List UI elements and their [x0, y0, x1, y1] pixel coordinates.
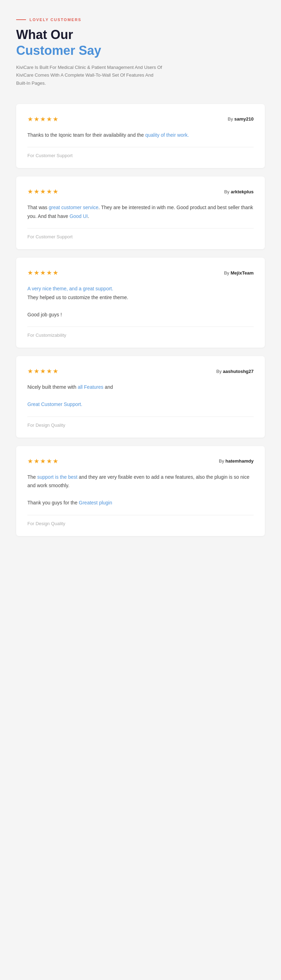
review-card-3: ★ ★ ★ ★ ★ By MejixTeam A very nice theme…	[16, 258, 265, 348]
review-card-1: ★ ★ ★ ★ ★ By samy210 Thanks to the Iqoni…	[16, 104, 265, 169]
star-1-5: ★	[53, 115, 58, 123]
star-3-3: ★	[40, 269, 46, 277]
review-for-3: For Customizability	[27, 332, 254, 338]
review-card-4: ★ ★ ★ ★ ★ By aashutoshg27 Nicely built t…	[16, 356, 265, 438]
label-text: LOVELY CUSTOMERS	[30, 18, 81, 22]
review-link-3a[interactable]: A very nice theme, and a great support.	[27, 286, 113, 291]
label-line	[16, 19, 26, 20]
stars-1: ★ ★ ★ ★ ★	[27, 115, 58, 123]
review-for-2: For Customer Support	[27, 234, 254, 239]
review-card-5: ★ ★ ★ ★ ★ By hatemhamdy The support is t…	[16, 446, 265, 536]
heading-line2: Customer Say	[16, 43, 265, 58]
star-3-4: ★	[46, 269, 52, 277]
review-header-4: ★ ★ ★ ★ ★ By aashutoshg27	[27, 368, 254, 375]
review-link-1[interactable]: quality of their work.	[145, 132, 189, 138]
star-3-5: ★	[53, 269, 58, 277]
star-4-1: ★	[27, 368, 33, 375]
stars-3: ★ ★ ★ ★ ★	[27, 269, 58, 277]
star-1-3: ★	[40, 115, 46, 123]
review-link-2a[interactable]: great customer service	[49, 205, 99, 210]
section-label: LOVELY CUSTOMERS	[16, 18, 265, 22]
stars-5: ★ ★ ★ ★ ★	[27, 457, 58, 465]
stars-4: ★ ★ ★ ★ ★	[27, 368, 58, 375]
star-2-3: ★	[40, 188, 46, 196]
review-body-3: A very nice theme, and a great support. …	[27, 284, 254, 319]
star-4-2: ★	[34, 368, 39, 375]
review-link-5a[interactable]: support is the best	[37, 474, 77, 480]
review-body-2: That was great customer service. They ar…	[27, 203, 254, 220]
review-divider-3	[27, 326, 254, 327]
review-header-3: ★ ★ ★ ★ ★ By MejixTeam	[27, 269, 254, 277]
review-link-4b[interactable]: Great Customer Support.	[27, 401, 82, 407]
star-2-4: ★	[46, 188, 52, 196]
star-4-3: ★	[40, 368, 46, 375]
review-for-4: For Design Quality	[27, 423, 254, 428]
star-1-4: ★	[46, 115, 52, 123]
review-body-4: Nicely built theme with all Features and…	[27, 383, 254, 409]
review-divider-4	[27, 417, 254, 417]
review-divider-5	[27, 515, 254, 515]
review-card-2: ★ ★ ★ ★ ★ By arktekplus That was great c…	[16, 177, 265, 249]
stars-2: ★ ★ ★ ★ ★	[27, 188, 58, 196]
reviews-container: ★ ★ ★ ★ ★ By samy210 Thanks to the Iqoni…	[16, 104, 265, 536]
star-5-2: ★	[34, 457, 39, 465]
star-2-5: ★	[53, 188, 58, 196]
review-header-1: ★ ★ ★ ★ ★ By samy210	[27, 115, 254, 123]
review-body-5: The support is the best and they are ver…	[27, 473, 254, 507]
review-header-5: ★ ★ ★ ★ ★ By hatemhamdy	[27, 457, 254, 465]
review-author-4: By aashutoshg27	[216, 369, 254, 374]
section-heading-block: What Our Customer Say	[16, 27, 265, 58]
star-5-4: ★	[46, 457, 52, 465]
star-1-1: ★	[27, 115, 33, 123]
star-3-1: ★	[27, 269, 33, 277]
review-link-4a[interactable]: all Features	[78, 384, 103, 390]
review-divider-2	[27, 228, 254, 229]
review-author-5: By hatemhamdy	[219, 458, 254, 464]
review-author-3: By MejixTeam	[224, 270, 254, 275]
star-5-5: ★	[53, 457, 58, 465]
star-1-2: ★	[34, 115, 39, 123]
star-5-1: ★	[27, 457, 33, 465]
review-body-1: Thanks to the Iqonic team for their avai…	[27, 131, 254, 140]
review-link-2b[interactable]: Good UI	[70, 213, 88, 219]
review-divider-1	[27, 147, 254, 147]
star-2-1: ★	[27, 188, 33, 196]
star-5-3: ★	[40, 457, 46, 465]
review-author-2: By arktekplus	[224, 189, 254, 194]
review-author-1: By samy210	[228, 116, 254, 122]
review-for-5: For Design Quality	[27, 521, 254, 526]
review-header-2: ★ ★ ★ ★ ★ By arktekplus	[27, 188, 254, 196]
review-link-5b[interactable]: Greatest plugin	[79, 500, 112, 506]
heading-line1: What Our	[16, 27, 265, 42]
star-4-4: ★	[46, 368, 52, 375]
review-for-1: For Customer Support	[27, 153, 254, 158]
star-2-2: ★	[34, 188, 39, 196]
star-4-5: ★	[53, 368, 58, 375]
page-container: LOVELY CUSTOMERS What Our Customer Say K…	[0, 0, 281, 557]
section-description: KiviCare Is Built For Medical Clinic & P…	[16, 64, 164, 87]
star-3-2: ★	[34, 269, 39, 277]
